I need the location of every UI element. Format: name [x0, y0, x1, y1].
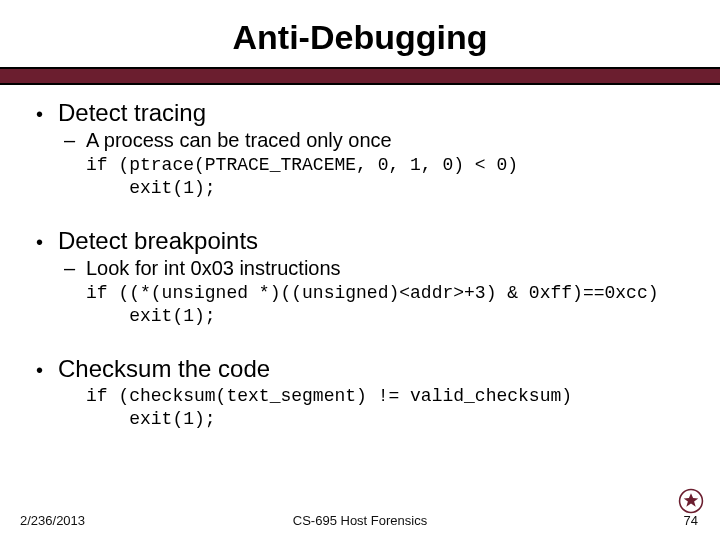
bullet-icon: • [30, 232, 58, 252]
bullet-icon: • [30, 104, 58, 124]
sub-1: – A process can be traced only once [64, 129, 690, 152]
bullet-1: • Detect tracing [30, 99, 690, 127]
bullet-1-text: Detect tracing [58, 99, 206, 127]
divider-bar [0, 69, 720, 83]
code-1: if (ptrace(PTRACE_TRACEME, 0, 1, 0) < 0)… [86, 154, 690, 199]
sub-1-text: A process can be traced only once [86, 129, 392, 152]
sub-2-text: Look for int 0x03 instructions [86, 257, 341, 280]
bullet-2-text: Detect breakpoints [58, 227, 258, 255]
slide-title: Anti-Debugging [0, 0, 720, 67]
bullet-3: • Checksum the code [30, 355, 690, 383]
footer-date: 2/236/2013 [20, 513, 85, 528]
dash-icon: – [64, 129, 86, 152]
logo-icon [678, 488, 704, 514]
content-area: • Detect tracing – A process can be trac… [0, 85, 720, 430]
sub-2: – Look for int 0x03 instructions [64, 257, 690, 280]
bullet-3-text: Checksum the code [58, 355, 270, 383]
code-2: if ((*(unsigned *)((unsigned)<addr>+3) &… [86, 282, 690, 327]
bullet-icon: • [30, 360, 58, 380]
code-3: if (checksum(text_segment) != valid_chec… [86, 385, 690, 430]
footer-course: CS-695 Host Forensics [293, 513, 427, 528]
footer-page-number: 74 [684, 513, 698, 528]
bullet-2: • Detect breakpoints [30, 227, 690, 255]
footer: 2/236/2013 CS-695 Host Forensics 74 [0, 504, 720, 528]
dash-icon: – [64, 257, 86, 280]
